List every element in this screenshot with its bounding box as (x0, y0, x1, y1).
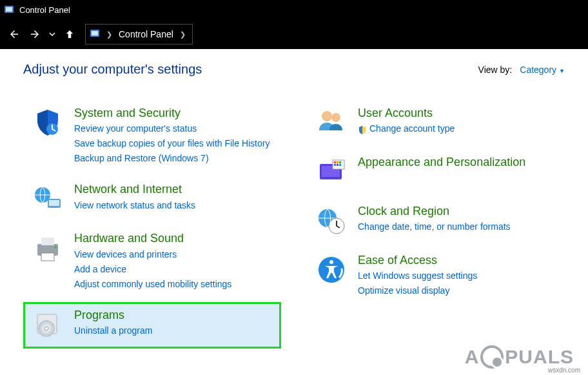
titlebar: Control Panel (0, 0, 588, 19)
svg-rect-23 (334, 164, 336, 166)
category-link[interactable]: Backup and Restore (Windows 7) (74, 152, 273, 165)
uac-shield-icon (358, 125, 367, 134)
svg-rect-1 (6, 7, 12, 12)
category-title[interactable]: Programs (74, 308, 273, 323)
header-row: Adjust your computer's settings View by:… (23, 62, 565, 77)
breadcrumb-chevron-icon[interactable]: ❯ (104, 30, 115, 39)
category-title[interactable]: Hardware and Sound (74, 231, 273, 246)
view-by-control: View by: Category▼ (478, 65, 565, 75)
clock-region-icon (315, 204, 348, 236)
category-columns: System and Security Review your computer… (23, 100, 565, 351)
up-button[interactable] (61, 25, 79, 43)
category-link[interactable]: Change account type (358, 122, 556, 136)
view-by-label: View by: (478, 65, 513, 75)
left-column: System and Security Review your computer… (23, 100, 281, 351)
user-accounts-icon (315, 106, 348, 138)
category-link[interactable]: View devices and printers (74, 248, 273, 261)
watermark-logo: A PUALS (465, 345, 574, 369)
category-link[interactable]: Uninstall a program (74, 324, 273, 338)
category-title[interactable]: Network and Internet (74, 182, 273, 197)
ease-of-access-icon (315, 253, 348, 285)
category-user-accounts[interactable]: User Accounts Change account type (307, 100, 565, 147)
printer-icon (32, 231, 64, 263)
category-programs[interactable]: Programs Uninstall a program (23, 302, 281, 349)
svg-point-11 (54, 246, 57, 248)
control-panel-icon (4, 5, 14, 15)
category-title[interactable]: User Accounts (358, 106, 556, 121)
globe-network-icon (32, 182, 64, 214)
window-title: Control Panel (19, 5, 70, 15)
svg-rect-3 (92, 31, 98, 35)
category-link[interactable]: Review your computer's status (74, 122, 273, 136)
breadcrumb-current[interactable]: Control Panel (119, 29, 173, 39)
category-title[interactable]: System and Security (74, 106, 273, 121)
site-attribution: wsxdn.com (548, 367, 580, 374)
address-bar[interactable]: ❯ Control Panel ❯ (85, 24, 193, 45)
category-link[interactable]: Optimize visual display (358, 284, 556, 298)
category-clock-region[interactable]: Clock and Region Change date, time, or n… (307, 198, 565, 245)
category-link[interactable]: Let Windows suggest settings (358, 269, 556, 283)
svg-rect-24 (337, 164, 338, 166)
category-link[interactable]: Adjust commonly used mobility settings (74, 278, 273, 291)
control-panel-breadcrumb-icon (90, 28, 100, 41)
category-ease-of-access[interactable]: Ease of Access Let Windows suggest setti… (307, 247, 565, 306)
category-title[interactable]: Clock and Region (358, 204, 556, 219)
svg-rect-21 (337, 161, 338, 163)
recent-locations-dropdown[interactable] (46, 25, 58, 43)
svg-point-16 (331, 113, 340, 122)
category-title[interactable]: Ease of Access (358, 253, 556, 268)
view-by-dropdown[interactable]: Category▼ (520, 65, 565, 75)
page-title: Adjust your computer's settings (23, 62, 202, 77)
svg-rect-25 (339, 164, 341, 166)
svg-rect-7 (49, 200, 59, 206)
category-title[interactable]: Appearance and Personalization (358, 155, 556, 170)
category-link[interactable]: Change date, time, or number formats (358, 220, 556, 234)
category-appearance-personalization[interactable]: Appearance and Personalization (307, 149, 565, 196)
watermark-circle-icon (480, 345, 504, 369)
back-button[interactable] (5, 25, 23, 43)
category-link[interactable]: Add a device (74, 263, 273, 276)
category-system-security[interactable]: System and Security Review your computer… (23, 100, 281, 174)
programs-disc-icon (32, 308, 64, 340)
breadcrumb-chevron-icon[interactable]: ❯ (177, 30, 188, 39)
personalization-icon (315, 155, 348, 187)
category-hardware-sound[interactable]: Hardware and Sound View devices and prin… (23, 225, 281, 299)
shield-icon (32, 106, 64, 138)
forward-button[interactable] (26, 25, 44, 43)
content-area: Adjust your computer's settings View by:… (0, 49, 588, 375)
svg-rect-22 (339, 161, 341, 163)
svg-point-14 (44, 327, 48, 330)
svg-rect-9 (41, 238, 54, 245)
navbar: ❯ Control Panel ❯ (0, 19, 588, 49)
category-link[interactable]: View network status and tasks (74, 199, 273, 212)
category-network-internet[interactable]: Network and Internet View network status… (23, 176, 281, 223)
right-column: User Accounts Change account type (307, 100, 565, 351)
svg-rect-10 (41, 253, 54, 261)
svg-point-15 (322, 111, 332, 121)
category-link[interactable]: Save backup copies of your files with Fi… (74, 137, 273, 150)
svg-rect-20 (334, 161, 336, 163)
